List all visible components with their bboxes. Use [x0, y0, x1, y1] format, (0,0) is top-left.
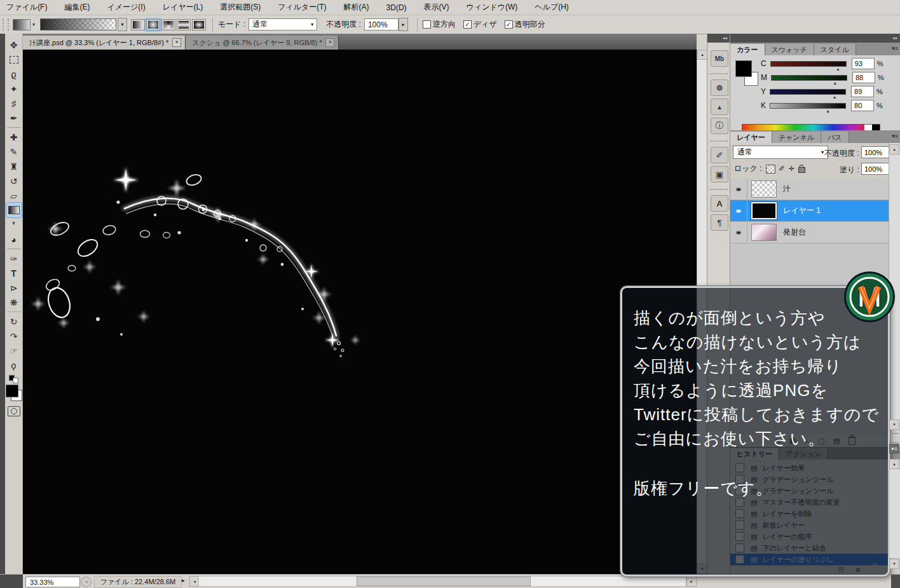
crop-tool[interactable]: ♯ — [6, 96, 22, 111]
scroll-up-icon[interactable]: ▴ — [697, 50, 707, 60]
menu-select[interactable]: 選択範囲(S) — [220, 2, 261, 13]
canvas-horizontal-scrollbar[interactable] — [198, 576, 686, 587]
layer-blend-mode-select[interactable]: 通常▾ — [733, 146, 828, 159]
document-tab-inactive[interactable]: スクショ @ 66.7% (レイヤー 9, RGB/8) * × — [186, 36, 339, 50]
yellow-value[interactable]: 89 — [851, 86, 874, 97]
clone-stamp-tool[interactable]: ♜ — [6, 159, 22, 174]
move-tool[interactable]: ✥ — [6, 38, 22, 52]
status-popup-icon[interactable]: ▸ — [182, 577, 185, 584]
tab-styles[interactable]: スタイル — [814, 44, 856, 55]
scroll-up-icon[interactable]: ▴ — [889, 459, 899, 469]
visibility-toggle[interactable]: ◉ — [730, 200, 747, 221]
quick-mask-button[interactable] — [8, 406, 20, 416]
tab-paths[interactable]: パス — [821, 132, 849, 143]
scroll-up-icon[interactable]: ▴ — [889, 144, 899, 154]
menu-image[interactable]: イメージ(I) — [107, 2, 145, 13]
brush-tool[interactable]: ✎ — [6, 144, 22, 159]
eyedropper-tool[interactable]: ✒ — [6, 111, 22, 125]
panel-menu-icon[interactable]: ▾≡ — [892, 133, 898, 139]
visibility-toggle[interactable]: ◉ — [730, 179, 747, 200]
paragraph-panel-icon[interactable]: ¶ — [711, 214, 728, 231]
visibility-toggle[interactable]: ◉ — [730, 222, 747, 243]
foreground-background-swatches[interactable] — [6, 385, 22, 401]
type-tool[interactable]: T — [6, 266, 22, 280]
tool-preset-icon[interactable] — [13, 19, 31, 31]
cyan-value[interactable]: 93 — [852, 58, 875, 69]
canvas[interactable] — [23, 50, 697, 574]
linear-gradient-button[interactable] — [131, 19, 145, 31]
menu-view[interactable]: 表示(V) — [424, 2, 449, 13]
blend-mode-select[interactable]: 通常▾ — [249, 18, 317, 31]
menu-window[interactable]: ウィンドウ(W) — [467, 2, 518, 13]
tab-layers[interactable]: レイヤー — [730, 132, 772, 143]
brushes-panel-icon[interactable]: ✐ — [711, 147, 728, 163]
new-snapshot-icon[interactable]: ◙ — [856, 566, 860, 573]
lasso-tool[interactable]: ϱ — [6, 67, 22, 81]
info-icon[interactable]: ⓘ — [711, 118, 728, 134]
black-value[interactable]: 80 — [851, 100, 874, 111]
orbit-3d-tool[interactable]: ↷ — [6, 329, 22, 343]
opacity-field[interactable]: 100% — [364, 18, 399, 31]
character-panel-icon[interactable]: A — [711, 195, 728, 212]
shape-tool[interactable]: ❋ — [6, 295, 22, 310]
expand-dock-icon[interactable]: ▸▸ — [730, 34, 900, 43]
dodge-tool[interactable]: ◕ — [6, 232, 22, 247]
zoom-tool[interactable]: ϙ — [6, 358, 22, 373]
options-grip[interactable] — [3, 18, 9, 31]
tab-channels[interactable]: チャンネル — [772, 132, 821, 143]
close-icon[interactable]: × — [325, 38, 334, 47]
menu-analysis[interactable]: 解析(A) — [344, 2, 369, 13]
gradient-preview[interactable] — [40, 18, 116, 31]
layer-thumbnail[interactable] — [751, 202, 777, 219]
lock-transparency-icon[interactable] — [766, 165, 775, 174]
radial-gradient-button[interactable] — [146, 19, 160, 31]
menu-help[interactable]: ヘルプ(H) — [535, 2, 569, 13]
opacity-spinner[interactable]: ▸ — [399, 18, 408, 31]
diamond-gradient-button[interactable] — [192, 19, 206, 31]
hand-tool[interactable]: ☞ — [6, 343, 22, 358]
magic-wand-tool[interactable]: ✦ — [6, 81, 22, 96]
foreground-color-swatch[interactable] — [6, 385, 18, 397]
panel-menu-icon[interactable]: ▾≡ — [892, 45, 898, 51]
reverse-checkbox[interactable]: 逆方向 — [423, 19, 456, 30]
lock-all-icon[interactable] — [798, 167, 805, 173]
document-tab-active[interactable]: 汁講座.psd @ 33.3% (レイヤー 1, RGB/8#) * × — [23, 36, 186, 50]
layer-row-layer1-selected[interactable]: ◉ レイヤー 1 — [730, 200, 889, 222]
yellow-slider[interactable]: ▴ — [770, 89, 846, 95]
resize-grip[interactable] — [891, 575, 900, 588]
angle-gradient-button[interactable] — [161, 19, 175, 31]
new-document-from-state-icon[interactable]: ▤ — [838, 565, 844, 573]
scroll-down-icon[interactable]: ▾ — [889, 559, 899, 569]
color-swatch-pair[interactable] — [735, 60, 758, 83]
magenta-slider[interactable]: ▴ — [771, 75, 847, 81]
menu-3d[interactable]: 3D(D) — [386, 3, 407, 12]
gradient-tool[interactable] — [6, 203, 22, 217]
history-brush-tool[interactable]: ↺ — [6, 174, 22, 188]
menu-file[interactable]: ファイル(F) — [6, 2, 47, 13]
menu-layer[interactable]: レイヤー(L) — [163, 2, 203, 13]
close-icon[interactable]: × — [172, 38, 181, 47]
navigator-wheel-icon[interactable]: ☸ — [711, 79, 728, 96]
default-colors-icon[interactable] — [9, 375, 19, 383]
pen-tool[interactable]: ✑ — [6, 251, 22, 266]
layer-row-shiru[interactable]: ◉ 汁 — [730, 179, 889, 200]
black-slider[interactable]: ▴ — [770, 103, 846, 109]
tool-preset-dropdown-icon[interactable]: ▾ — [32, 22, 35, 27]
menu-filter[interactable]: フィルター(T) — [278, 2, 326, 13]
layer-row-hasshadai[interactable]: ◉ 発射台 — [730, 222, 889, 243]
scroll-right-icon[interactable]: ▸ — [686, 576, 697, 587]
layer-thumbnail[interactable] — [751, 181, 777, 198]
layer-thumbnail[interactable] — [751, 224, 777, 241]
lock-move-icon[interactable]: ✛ — [789, 165, 794, 173]
menu-edit[interactable]: 編集(E) — [64, 2, 90, 13]
transparency-checkbox[interactable]: ✓透明部分 — [505, 19, 545, 30]
path-select-tool[interactable]: ⊳ — [6, 280, 22, 295]
scroll-down-icon[interactable]: ▾ — [889, 420, 899, 430]
collapse-dock-icon[interactable]: ◂◂ — [707, 34, 730, 43]
gradient-picker-arrow[interactable]: ▾ — [118, 18, 127, 31]
marquee-tool[interactable] — [6, 52, 22, 67]
scrollbar-thumb[interactable] — [357, 577, 531, 586]
zoom-level-field[interactable]: 33.33% — [25, 577, 80, 587]
tab-swatches[interactable]: スウォッチ — [765, 44, 814, 55]
panel-resize-grip[interactable] — [890, 433, 898, 443]
